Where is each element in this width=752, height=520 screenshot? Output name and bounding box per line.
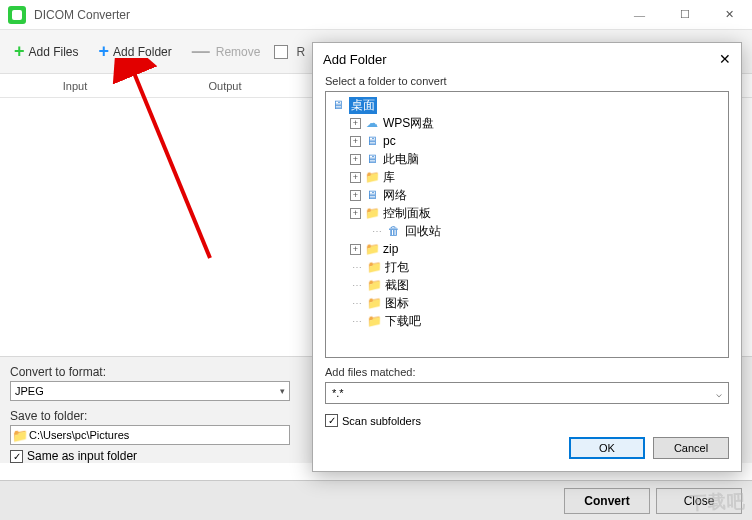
window-controls: — ☐ ✕: [617, 0, 752, 30]
add-files-label: Add Files: [29, 45, 79, 59]
tree-item[interactable]: ⋯📁下载吧: [330, 312, 724, 330]
add-files-button[interactable]: + Add Files: [8, 37, 85, 66]
plus-icon: +: [14, 41, 25, 62]
minimize-button[interactable]: —: [617, 0, 662, 30]
tree-connector: ⋯: [350, 316, 363, 327]
dialog-close-icon[interactable]: ✕: [719, 51, 731, 67]
folder-icon: 📁: [366, 296, 382, 310]
expand-icon[interactable]: +: [350, 172, 361, 183]
folder-icon: 📁: [366, 278, 382, 292]
tree-item-label: 截图: [385, 277, 409, 294]
footer: Convert Close: [0, 480, 752, 520]
save-path-input[interactable]: 📁 C:\Users\pc\Pictures: [10, 425, 290, 445]
app-icon: [8, 6, 26, 24]
r-label: R: [296, 45, 305, 59]
tree-connector: ⋯: [350, 298, 363, 309]
cloud-icon: ☁: [364, 116, 380, 130]
ok-button[interactable]: OK: [569, 437, 645, 459]
tree-root[interactable]: 🖥 桌面: [330, 96, 724, 114]
close-button-footer[interactable]: Close: [656, 488, 742, 514]
tree-connector: ⋯: [350, 262, 363, 273]
recycle-icon: 🗑: [386, 224, 402, 238]
monitor-icon: 🖥: [364, 134, 380, 148]
tree-item[interactable]: ⋯📁图标: [330, 294, 724, 312]
add-folder-dialog: Add Folder ✕ Select a folder to convert …: [312, 42, 742, 472]
matched-value: *.*: [332, 387, 344, 399]
tree-item-label: 此电脑: [383, 151, 419, 168]
folder-icon: 📁: [11, 426, 29, 444]
remove-button[interactable]: — Remove: [186, 37, 267, 66]
scan-subfolders-checkbox[interactable]: ✓: [325, 414, 338, 427]
folder-icon: 📁: [364, 170, 380, 184]
cancel-button[interactable]: Cancel: [653, 437, 729, 459]
input-column: Input: [0, 80, 150, 92]
expand-icon[interactable]: +: [350, 190, 361, 201]
tree-item-label: zip: [383, 242, 398, 256]
same-as-input-label: Same as input folder: [27, 449, 137, 463]
convert-button[interactable]: Convert: [564, 488, 650, 514]
format-select[interactable]: JPEG: [10, 381, 290, 401]
folder-icon: 📁: [366, 260, 382, 274]
window-title: DICOM Converter: [34, 8, 617, 22]
tree-root-label: 桌面: [349, 97, 377, 114]
tree-connector: ⋯: [370, 226, 383, 237]
expand-icon[interactable]: +: [350, 154, 361, 165]
add-folder-button[interactable]: + Add Folder: [93, 37, 178, 66]
expand-icon[interactable]: +: [350, 136, 361, 147]
folder-icon: 📁: [364, 242, 380, 256]
tree-item-label: 控制面板: [383, 205, 431, 222]
tree-item[interactable]: +☁WPS网盘: [330, 114, 724, 132]
tree-item[interactable]: ⋯📁打包: [330, 258, 724, 276]
tree-item-label: 打包: [385, 259, 409, 276]
save-path-value: C:\Users\pc\Pictures: [29, 429, 129, 441]
dialog-title: Add Folder: [323, 52, 387, 67]
tree-item[interactable]: ⋯🗑回收站: [330, 222, 724, 240]
tree-item[interactable]: ⋯📁截图: [330, 276, 724, 294]
tree-item-label: WPS网盘: [383, 115, 434, 132]
tree-item-label: 图标: [385, 295, 409, 312]
tree-item[interactable]: +📁zip: [330, 240, 724, 258]
folder-tree[interactable]: 🖥 桌面 +☁WPS网盘+🖥pc+🖥此电脑+📁库+🖥网络+📁控制面板⋯🗑回收站+…: [325, 91, 729, 358]
close-button[interactable]: ✕: [707, 0, 752, 30]
tree-item-label: 下载吧: [385, 313, 421, 330]
tree-item-label: 回收站: [405, 223, 441, 240]
title-bar: DICOM Converter — ☐ ✕: [0, 0, 752, 30]
dialog-header: Add Folder ✕: [313, 43, 741, 75]
tree-item[interactable]: +🖥此电脑: [330, 150, 724, 168]
tree-item[interactable]: +📁库: [330, 168, 724, 186]
tree-item[interactable]: +🖥pc: [330, 132, 724, 150]
folder-icon: 📁: [364, 206, 380, 220]
same-as-input-checkbox[interactable]: ✓: [10, 450, 23, 463]
tree-item[interactable]: +📁控制面板: [330, 204, 724, 222]
tree-item-label: 库: [383, 169, 395, 186]
monitor-icon: 🖥: [364, 152, 380, 166]
matched-label: Add files matched:: [325, 366, 729, 378]
tree-item-label: 网络: [383, 187, 407, 204]
folder-icon: 📁: [366, 314, 382, 328]
expand-icon[interactable]: +: [350, 208, 361, 219]
expand-icon[interactable]: +: [350, 244, 361, 255]
tree-item-label: pc: [383, 134, 396, 148]
monitor-icon: 🖥: [364, 188, 380, 202]
expand-icon[interactable]: +: [350, 118, 361, 129]
maximize-button[interactable]: ☐: [662, 0, 707, 30]
minus-icon: —: [192, 41, 210, 62]
plus-icon: +: [99, 41, 110, 62]
tree-connector: ⋯: [350, 280, 363, 291]
desktop-icon: 🖥: [330, 98, 346, 112]
format-value: JPEG: [15, 385, 44, 397]
output-column: Output: [150, 80, 300, 92]
scan-subfolders-label: Scan subfolders: [342, 415, 421, 427]
select-folder-label: Select a folder to convert: [325, 75, 729, 87]
remove-label: Remove: [216, 45, 261, 59]
select-all-checkbox[interactable]: [274, 45, 288, 59]
matched-input[interactable]: *.*: [325, 382, 729, 404]
dialog-footer: OK Cancel: [313, 427, 741, 471]
tree-item[interactable]: +🖥网络: [330, 186, 724, 204]
add-folder-label: Add Folder: [113, 45, 172, 59]
